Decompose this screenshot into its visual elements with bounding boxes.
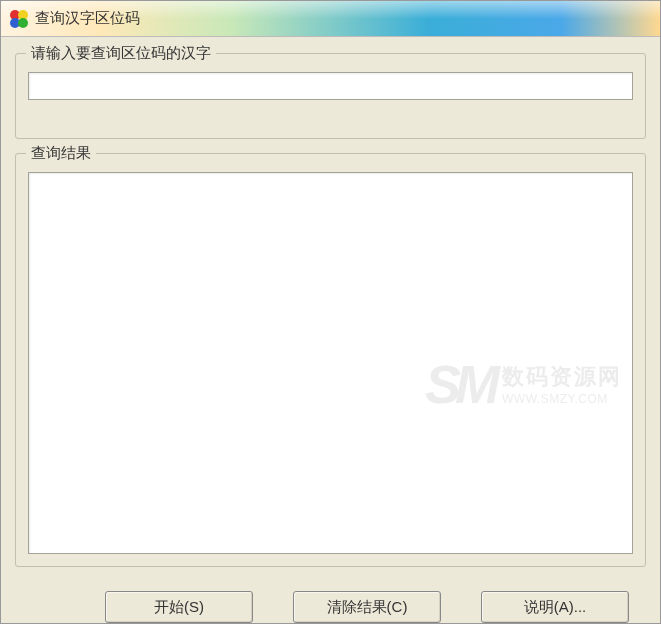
hanzi-input[interactable] <box>28 72 633 100</box>
result-group-label: 查询结果 <box>26 144 96 163</box>
watermark-url: WWW.SMZY.COM <box>502 392 622 406</box>
clear-button[interactable]: 清除结果(C) <box>293 591 441 623</box>
watermark-cn: 数码资源网 <box>502 362 622 392</box>
input-groupbox: 请输入要查询区位码的汉字 <box>15 53 646 139</box>
start-button[interactable]: 开始(S) <box>105 591 253 623</box>
result-textarea[interactable]: SM 数码资源网 WWW.SMZY.COM <box>28 172 633 554</box>
window-body: 请输入要查询区位码的汉字 查询结果 SM 数码资源网 WWW.SMZY.COM … <box>1 37 660 623</box>
button-bar: 开始(S) 清除结果(C) 说明(A)... <box>15 581 646 623</box>
watermark-logo: SM <box>425 353 494 415</box>
svg-point-3 <box>18 18 28 28</box>
title-bar[interactable]: 查询汉字区位码 <box>1 1 660 37</box>
result-groupbox: 查询结果 SM 数码资源网 WWW.SMZY.COM <box>15 153 646 567</box>
watermark: SM 数码资源网 WWW.SMZY.COM <box>425 353 622 415</box>
window-title: 查询汉字区位码 <box>35 9 140 28</box>
app-icon <box>9 9 29 29</box>
help-button[interactable]: 说明(A)... <box>481 591 629 623</box>
app-window: 查询汉字区位码 请输入要查询区位码的汉字 查询结果 SM 数码资源网 WWW.S… <box>0 0 661 624</box>
input-group-label: 请输入要查询区位码的汉字 <box>26 44 216 63</box>
